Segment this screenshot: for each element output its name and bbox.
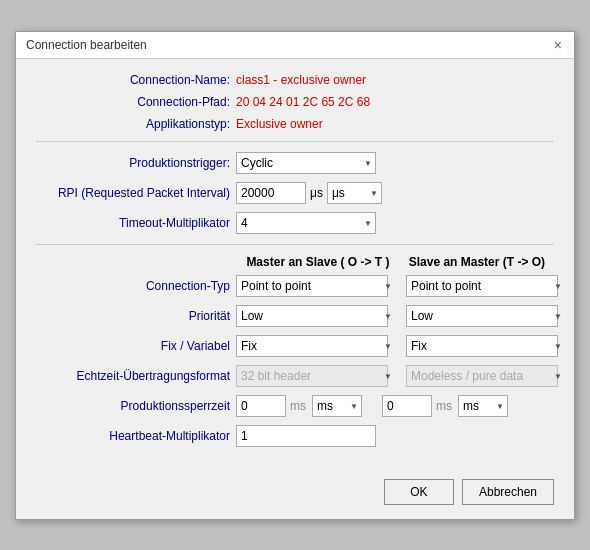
cancel-button[interactable]: Abbrechen bbox=[462, 479, 554, 505]
fix-variabel-label: Fix / Variabel bbox=[36, 339, 236, 353]
slave-header: Slave an Master (T -> O) bbox=[400, 255, 554, 269]
connection-pfad-value: 20 04 24 01 2C 65 2C 68 bbox=[236, 95, 370, 109]
prioritat-slave-select[interactable]: Low High Scheduled Urgent bbox=[406, 305, 558, 327]
master-header: Master an Slave ( O -> T ) bbox=[236, 255, 400, 269]
echtzeit-master-wrapper: 32 bit header Modeless / pure data Heart… bbox=[236, 365, 396, 387]
rpi-unit-select[interactable]: μs ms bbox=[327, 182, 382, 204]
produktionstrigger-select-wrapper: Cyclic Change of State Application bbox=[236, 152, 376, 174]
produktionssperrzeit-slave-unit-wrapper: ms μs bbox=[458, 395, 508, 417]
rpi-unit-label: μs bbox=[310, 186, 323, 200]
dialog-title: Connection bearbeiten bbox=[26, 38, 147, 52]
connection-name-value: class1 - exclusive owner bbox=[236, 73, 366, 87]
connection-pfad-label: Connection-Pfad: bbox=[36, 95, 236, 109]
produktionstrigger-row: Produktionstrigger: Cyclic Change of Sta… bbox=[36, 152, 554, 174]
heartbeat-label: Heartbeat-Multiplikator bbox=[36, 429, 236, 443]
produktionssperrzeit-label: Produktionssperrzeit bbox=[36, 399, 236, 413]
connection-typ-cols: Point to point Multicast Point to point … bbox=[236, 275, 566, 297]
applikationstyp-row: Applikationstyp: Exclusive owner bbox=[36, 117, 554, 131]
produktionstrigger-select[interactable]: Cyclic Change of State Application bbox=[236, 152, 376, 174]
connection-name-label: Connection-Name: bbox=[36, 73, 236, 87]
ok-button[interactable]: OK bbox=[384, 479, 454, 505]
connection-typ-master-wrapper: Point to point Multicast bbox=[236, 275, 396, 297]
timeout-row: Timeout-Multiplikator 2 4 8 16 32 64 128 bbox=[36, 212, 554, 234]
produktionssperrzeit-master-unit-select[interactable]: ms μs bbox=[312, 395, 362, 417]
timeout-label: Timeout-Multiplikator bbox=[36, 216, 236, 230]
echtzeit-row: Echtzeit-Übertragungsformat 32 bit heade… bbox=[36, 365, 554, 387]
rpi-unit-select-wrapper: μs ms bbox=[327, 182, 382, 204]
rpi-input[interactable]: 20000 bbox=[236, 182, 306, 204]
prioritat-master-select[interactable]: Low High Scheduled Urgent bbox=[236, 305, 388, 327]
footer: OK Abbrechen bbox=[16, 469, 574, 519]
produktionssperrzeit-slave-unit: ms bbox=[436, 399, 452, 413]
produktionstrigger-label: Produktionstrigger: bbox=[36, 156, 236, 170]
prioritat-row: Priorität Low High Scheduled Urgent Low … bbox=[36, 305, 554, 327]
fix-variabel-master-select[interactable]: Fix Variable bbox=[236, 335, 388, 357]
rpi-label: RPI (Requested Packet Interval) bbox=[36, 186, 236, 200]
connection-typ-label: Connection-Typ bbox=[36, 279, 236, 293]
echtzeit-label: Echtzeit-Übertragungsformat bbox=[36, 369, 236, 383]
prioritat-slave-wrapper: Low High Scheduled Urgent bbox=[406, 305, 566, 327]
divider-2 bbox=[36, 244, 554, 245]
produktionssperrzeit-cols: ms ms μs ms ms μs bbox=[236, 395, 508, 417]
heartbeat-row: Heartbeat-Multiplikator bbox=[36, 425, 554, 447]
timeout-select[interactable]: 2 4 8 16 32 64 128 bbox=[236, 212, 376, 234]
dialog-body: Connection-Name: class1 - exclusive owne… bbox=[16, 59, 574, 469]
connection-dialog: Connection bearbeiten × Connection-Name:… bbox=[15, 31, 575, 520]
prioritat-master-wrapper: Low High Scheduled Urgent bbox=[236, 305, 396, 327]
rpi-controls: 20000 μs μs ms bbox=[236, 182, 382, 204]
divider-1 bbox=[36, 141, 554, 142]
connection-typ-row: Connection-Typ Point to point Multicast … bbox=[36, 275, 554, 297]
connection-typ-slave-wrapper: Point to point Multicast bbox=[406, 275, 566, 297]
echtzeit-cols: 32 bit header Modeless / pure data Heart… bbox=[236, 365, 566, 387]
produktionssperrzeit-slave-input[interactable] bbox=[382, 395, 432, 417]
connection-name-row: Connection-Name: class1 - exclusive owne… bbox=[36, 73, 554, 87]
produktionssperrzeit-slave-unit-select[interactable]: ms μs bbox=[458, 395, 508, 417]
fix-variabel-slave-select[interactable]: Fix Variable bbox=[406, 335, 558, 357]
connection-typ-master-select[interactable]: Point to point Multicast bbox=[236, 275, 388, 297]
echtzeit-slave-wrapper: 32 bit header Modeless / pure data Heart… bbox=[406, 365, 566, 387]
produktionssperrzeit-master-group: ms ms μs bbox=[236, 395, 362, 417]
fix-variabel-cols: Fix Variable Fix Variable bbox=[236, 335, 566, 357]
heartbeat-input[interactable] bbox=[236, 425, 376, 447]
produktionssperrzeit-row: Produktionssperrzeit ms ms μs ms bbox=[36, 395, 554, 417]
applikationstyp-label: Applikationstyp: bbox=[36, 117, 236, 131]
produktionssperrzeit-master-input[interactable] bbox=[236, 395, 286, 417]
two-col-header: Master an Slave ( O -> T ) Slave an Mast… bbox=[236, 255, 554, 269]
connection-typ-slave-select[interactable]: Point to point Multicast bbox=[406, 275, 558, 297]
title-bar: Connection bearbeiten × bbox=[16, 32, 574, 59]
produktionssperrzeit-master-unit: ms bbox=[290, 399, 306, 413]
fix-variabel-master-wrapper: Fix Variable bbox=[236, 335, 396, 357]
rpi-row: RPI (Requested Packet Interval) 20000 μs… bbox=[36, 182, 554, 204]
connection-pfad-row: Connection-Pfad: 20 04 24 01 2C 65 2C 68 bbox=[36, 95, 554, 109]
echtzeit-slave-select: 32 bit header Modeless / pure data Heart… bbox=[406, 365, 558, 387]
fix-variabel-row: Fix / Variabel Fix Variable Fix Variable bbox=[36, 335, 554, 357]
echtzeit-master-select: 32 bit header Modeless / pure data Heart… bbox=[236, 365, 388, 387]
fix-variabel-slave-wrapper: Fix Variable bbox=[406, 335, 566, 357]
produktionssperrzeit-master-unit-wrapper: ms μs bbox=[312, 395, 362, 417]
close-button[interactable]: × bbox=[552, 38, 564, 52]
applikationstyp-value: Exclusive owner bbox=[236, 117, 323, 131]
prioritat-cols: Low High Scheduled Urgent Low High Sched… bbox=[236, 305, 566, 327]
timeout-select-wrapper: 2 4 8 16 32 64 128 bbox=[236, 212, 376, 234]
prioritat-label: Priorität bbox=[36, 309, 236, 323]
produktionssperrzeit-slave-group: ms ms μs bbox=[382, 395, 508, 417]
